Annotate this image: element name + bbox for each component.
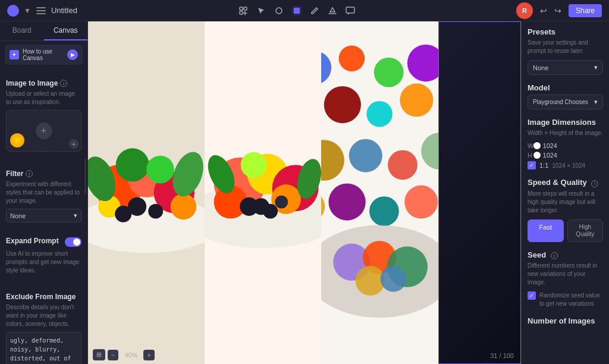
- presets-desc: Save your settings and prompt to reuse l…: [528, 39, 603, 55]
- svg-point-22: [115, 206, 131, 222]
- svg-point-49: [349, 139, 382, 172]
- document-title: Untitled: [51, 6, 77, 15]
- image-to-image-desc: Upload or select an image to use as insp…: [6, 90, 81, 106]
- cursor-tool-icon[interactable]: [256, 5, 266, 16]
- add-image-icon[interactable]: +: [69, 139, 79, 149]
- seed-randomize-row: ✓ Randomize seed value to get new variat…: [528, 291, 603, 308]
- svg-rect-3: [240, 7, 243, 10]
- generation-panel: [438, 21, 521, 364]
- svg-point-39: [339, 45, 365, 71]
- image-to-image-info-icon[interactable]: i: [60, 80, 67, 87]
- generate-tool-icon[interactable]: [291, 5, 302, 16]
- exclude-textarea[interactable]: ugly, deformed, noisy, blurry, distorted…: [6, 332, 81, 364]
- svg-rect-1: [36, 10, 46, 11]
- seed-desc: Different numbers result in new variatio…: [528, 262, 603, 287]
- seed-title: Seed i: [528, 250, 603, 260]
- svg-point-15: [146, 156, 174, 184]
- canvas-help-label: How to use Canvas: [23, 48, 64, 61]
- share-button[interactable]: Share: [569, 4, 602, 17]
- model-select[interactable]: Playground Chooses ▾: [528, 95, 603, 109]
- filter-info-icon[interactable]: i: [26, 170, 33, 177]
- seed-randomize-checkbox[interactable]: ✓: [528, 291, 536, 300]
- speed-quality-title: Speed & Quality i: [528, 178, 603, 187]
- redo-button[interactable]: ↪: [552, 5, 564, 17]
- add-tool-icon[interactable]: [238, 5, 249, 16]
- filter-chevron-icon: ▾: [74, 212, 77, 219]
- expand-prompt-toggle[interactable]: [65, 237, 81, 247]
- undo-button[interactable]: ↩: [538, 5, 550, 17]
- filter-select[interactable]: None ▾: [6, 209, 81, 222]
- svg-point-21: [148, 204, 163, 219]
- exclude-title: Exclude From Image: [6, 293, 81, 301]
- check-icon: ✓: [529, 162, 534, 168]
- zoom-out-button[interactable]: −: [108, 350, 118, 360]
- image-panel-1: [88, 21, 205, 364]
- main-area: Board Canvas ✦ How to use Canvas ▶ Image…: [0, 21, 609, 364]
- presets-section: Presets Save your settings and prompt to…: [528, 27, 603, 75]
- canvas-help-button[interactable]: ✦ How to use Canvas ▶: [5, 45, 83, 65]
- user-avatar[interactable]: R: [516, 2, 533, 19]
- canvas-help-icon: ✦: [10, 50, 19, 59]
- tab-board[interactable]: Board: [0, 21, 44, 40]
- image-upload-area[interactable]: + +: [6, 110, 81, 152]
- topbar-left: ▼ Untitled: [7, 5, 77, 17]
- right-sidebar: Presets Save your settings and prompt to…: [521, 21, 609, 364]
- svg-point-6: [276, 8, 282, 14]
- fill-tool-icon[interactable]: [327, 5, 338, 16]
- height-slider-group: 1024: [537, 152, 557, 159]
- canvas-bottom-toolbar: ⊞ − 40% +: [93, 349, 155, 360]
- zoom-level: 40%: [121, 350, 141, 360]
- canvas-area[interactable]: Generation frame 1024 × 1024: [88, 21, 521, 364]
- upload-circle: +: [36, 123, 52, 139]
- exclude-section: Exclude From Image Describe details you …: [0, 287, 87, 364]
- filter-section: Filter i Experiment with different style…: [0, 164, 87, 226]
- presets-select[interactable]: None ▾: [528, 60, 603, 75]
- strength-indicator: [10, 133, 24, 148]
- model-chevron-icon: ▾: [594, 98, 598, 106]
- high-quality-button[interactable]: High Quality: [567, 219, 604, 242]
- height-slider-thumb[interactable]: [533, 152, 541, 159]
- expand-prompt-toggle-row: Expand Prompt: [6, 237, 81, 247]
- seed-section: Seed i Different numbers result in new v…: [528, 250, 603, 309]
- aspect-checkbox[interactable]: ✓: [528, 161, 536, 170]
- progress-indicator: 31 / 100: [490, 352, 514, 359]
- images-grid: [88, 21, 521, 364]
- expand-prompt-section: Expand Prompt Use AI to improve short pr…: [0, 231, 87, 282]
- speed-quality-info-icon[interactable]: i: [591, 180, 598, 187]
- shape-tool-icon[interactable]: [274, 5, 284, 16]
- svg-point-30: [241, 152, 267, 178]
- width-value: 1024: [541, 142, 557, 149]
- sidebar-tabs: Board Canvas: [0, 21, 87, 41]
- width-slider-thumb[interactable]: [533, 142, 541, 149]
- zoom-in-button[interactable]: +: [143, 350, 154, 360]
- exclude-desc: Describe details you don't want in your …: [6, 303, 81, 328]
- comment-tool-icon[interactable]: [345, 5, 356, 16]
- edit-tool-icon[interactable]: [309, 5, 320, 16]
- topbar-tools: [238, 5, 356, 16]
- aspect-label: 1:1: [539, 162, 548, 169]
- width-slider-group: 1024: [537, 142, 557, 149]
- tab-canvas[interactable]: Canvas: [44, 21, 88, 40]
- filter-title: Filter i: [6, 170, 81, 178]
- svg-point-46: [400, 83, 434, 117]
- seed-info-icon[interactable]: i: [551, 252, 558, 259]
- svg-point-50: [388, 150, 418, 180]
- seed-randomize-label: Randomize seed value to get new variatio…: [539, 291, 603, 308]
- fit-button[interactable]: ⊞: [93, 349, 105, 360]
- undo-redo-group: ↩ ↪: [538, 5, 564, 17]
- app-switcher[interactable]: ▼: [24, 7, 31, 15]
- fast-button[interactable]: Fast: [528, 219, 564, 242]
- sidebar-toggle-icon[interactable]: [36, 5, 46, 16]
- model-title: Model: [528, 83, 603, 92]
- speed-quality-desc: More steps will result in a high quality…: [528, 190, 603, 215]
- svg-rect-7: [294, 7, 300, 14]
- svg-point-54: [369, 196, 399, 226]
- svg-point-62: [381, 266, 407, 292]
- toggle-knob: [73, 239, 80, 246]
- svg-rect-4: [244, 7, 247, 10]
- svg-point-44: [324, 86, 361, 123]
- quality-buttons: Fast High Quality: [528, 219, 603, 242]
- image-to-image-section: Image to Image i Upload or select an ima…: [0, 73, 87, 159]
- svg-rect-8: [346, 7, 354, 13]
- height-value: 1024: [541, 152, 557, 159]
